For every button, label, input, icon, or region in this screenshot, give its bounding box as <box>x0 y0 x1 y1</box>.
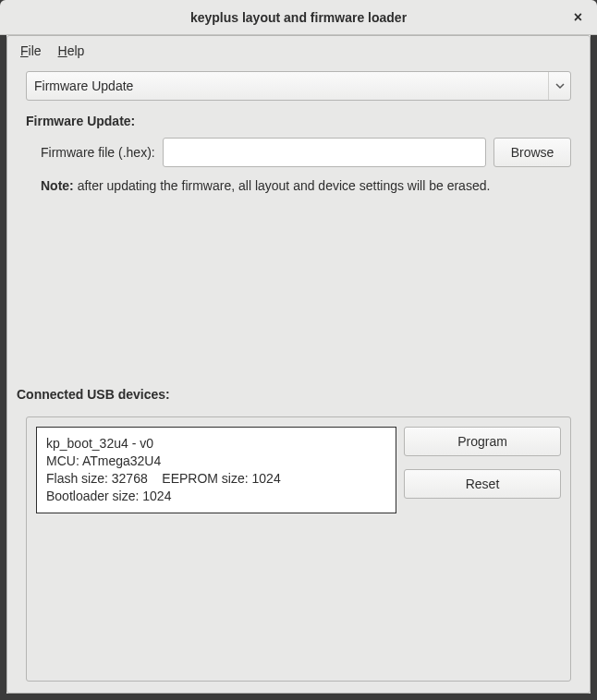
device-line-mcu: MCU: ATmega32U4 <box>46 453 386 470</box>
connected-devices-label: Connected USB devices: <box>17 387 571 402</box>
window-body: File Help Firmware Update Firmware Updat… <box>0 35 597 700</box>
device-row: kp_boot_32u4 - v0 MCU: ATmega32U4 Flash … <box>36 427 561 513</box>
app-window: keyplus layout and firmware loader × Fil… <box>0 0 597 700</box>
firmware-note: Note: after updating the firmware, all l… <box>26 178 571 193</box>
close-icon[interactable]: × <box>568 7 588 28</box>
chevron-down-icon <box>548 72 570 100</box>
titlebar: keyplus layout and firmware loader × <box>0 0 597 35</box>
mode-dropdown[interactable]: Firmware Update <box>26 71 571 101</box>
device-line-boot: Bootloader size: 1024 <box>46 488 386 505</box>
device-line-flash: Flash size: 32768 EEPROM size: 1024 <box>46 470 386 488</box>
menubar: File Help <box>7 36 590 67</box>
firmware-update-section-label: Firmware Update: <box>26 114 571 128</box>
firmware-note-bold: Note: <box>41 178 74 193</box>
reset-button[interactable]: Reset <box>404 469 561 499</box>
devices-panel: kp_boot_32u4 - v0 MCU: ATmega32U4 Flash … <box>26 416 571 682</box>
firmware-file-label: Firmware file (.hex): <box>41 145 155 160</box>
mode-dropdown-value: Firmware Update <box>34 78 133 93</box>
firmware-file-input[interactable] <box>163 138 486 167</box>
menu-help[interactable]: Help <box>58 43 85 58</box>
program-button[interactable]: Program <box>404 427 561 456</box>
menu-file[interactable]: File <box>20 43 42 58</box>
firmware-file-row: Firmware file (.hex): Browse <box>26 138 571 167</box>
device-line-name: kp_boot_32u4 - v0 <box>46 435 386 453</box>
inner-panel: File Help Firmware Update Firmware Updat… <box>6 35 591 694</box>
browse-button[interactable]: Browse <box>493 138 571 167</box>
spacer <box>26 199 571 374</box>
firmware-note-text: after updating the firmware, all layout … <box>74 178 491 193</box>
device-buttons: Program Reset <box>404 427 561 499</box>
window-title: keyplus layout and firmware loader <box>0 10 597 25</box>
device-info-box[interactable]: kp_boot_32u4 - v0 MCU: ATmega32U4 Flash … <box>36 427 396 513</box>
content-area: Firmware Update Firmware Update: Firmwar… <box>7 67 590 682</box>
